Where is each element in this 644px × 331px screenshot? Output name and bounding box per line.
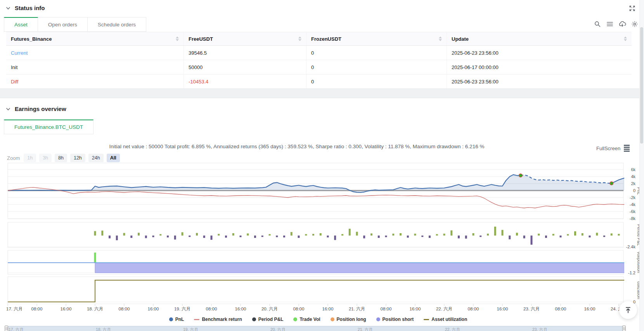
- svg-text:16:00: 16:00: [497, 307, 508, 311]
- svg-text:16:00: 16:00: [584, 307, 596, 311]
- svg-text:08:00: 08:00: [31, 307, 43, 311]
- svg-text:-2k: -2k: [630, 195, 636, 200]
- tab-futures-binance-btc-usdt[interactable]: Futures_Binance.BTC_USDT: [4, 120, 93, 134]
- search-icon[interactable]: [594, 20, 601, 28]
- svg-text:20. 六月: 20. 六月: [261, 307, 278, 311]
- zoom-1h-button[interactable]: 1h: [24, 154, 36, 162]
- zoom-8h-button[interactable]: 8h: [55, 154, 67, 162]
- svg-text:6k: 6k: [631, 167, 635, 172]
- navigator-date: 22. 六月: [445, 327, 460, 331]
- diff-update: 2025-06-23 23:56:00: [447, 75, 632, 88]
- zoom-12h-button[interactable]: 12h: [70, 154, 85, 162]
- legend-period-pnl[interactable]: Period P&L: [252, 317, 284, 322]
- expand-icon[interactable]: [628, 5, 636, 14]
- sort-icon[interactable]: [298, 36, 301, 41]
- col-freeusdt[interactable]: FreeUSDT: [184, 32, 306, 45]
- diff-free: -10453.4: [184, 75, 306, 88]
- chevron-down-icon[interactable]: [5, 106, 11, 112]
- navigator-right-handle[interactable]: [622, 326, 626, 331]
- svg-text:4k: 4k: [631, 174, 635, 179]
- svg-text:16:00: 16:00: [148, 307, 159, 311]
- svg-text:-2.4k: -2.4k: [626, 244, 636, 249]
- sort-icon[interactable]: [176, 36, 179, 41]
- init-free: 50000: [184, 60, 306, 74]
- range-selector: Zoom 1h 3h 8h 12h 24h All: [7, 154, 120, 162]
- svg-text:-6k: -6k: [630, 209, 636, 214]
- table-toolbar: [594, 20, 639, 28]
- init-update: 2025-06-17 00:00:00: [447, 60, 632, 74]
- navigator-date: 17. 六月: [9, 327, 24, 331]
- svg-text:0: 0: [633, 188, 635, 193]
- tab-asset[interactable]: Asset: [4, 17, 38, 32]
- legend-pnl[interactable]: PnL: [169, 317, 184, 322]
- svg-text:08:00: 08:00: [206, 307, 217, 311]
- legend-asset-utilization[interactable]: Asset utilization: [424, 317, 467, 322]
- earnings-chart[interactable]: 6k4k2k0-2k-4k-6k-8kPnL-2.4kPeriod P&L-1.…: [0, 162, 644, 316]
- earnings-stats: Initial net value : 50000 Total profit: …: [0, 144, 594, 149]
- navigator-date: 20. 六月: [270, 327, 286, 331]
- init-frozen: 0: [306, 60, 447, 74]
- chart-menu-icon[interactable]: [624, 144, 630, 153]
- earnings-tabs: Futures_Binance.BTC_USDT: [4, 120, 93, 134]
- col-futures-binance[interactable]: Futures_Binance: [6, 32, 184, 45]
- chart-legend: PnL Benchmark return Period P&L Trade Vo…: [0, 317, 636, 322]
- navigator-left-handle[interactable]: [5, 326, 8, 331]
- tab-open-orders[interactable]: Open orders: [38, 17, 88, 32]
- svg-text:17. 六月: 17. 六月: [6, 307, 23, 311]
- svg-text:08:00: 08:00: [381, 307, 392, 311]
- scrollbar-thumb[interactable]: [640, 27, 643, 144]
- legend-benchmark-return[interactable]: Benchmark return: [194, 317, 242, 322]
- zoom-24h-button[interactable]: 24h: [88, 154, 104, 162]
- svg-text:22. 六月: 22. 六月: [436, 307, 452, 311]
- navigator-date: 23. 六月: [532, 327, 547, 331]
- svg-text:16:00: 16:00: [235, 307, 246, 311]
- svg-text:18. 六月: 18. 六月: [87, 307, 103, 311]
- sort-icon[interactable]: [439, 36, 442, 41]
- fullscreen-label[interactable]: FullScreen: [596, 146, 620, 151]
- earnings-title: Earnings overview: [15, 106, 66, 112]
- gear-icon[interactable]: [631, 20, 639, 28]
- svg-text:08:00: 08:00: [293, 307, 305, 311]
- zoom-all-button[interactable]: All: [107, 154, 120, 162]
- svg-text:-4k: -4k: [630, 202, 636, 207]
- zoom-label: Zoom: [7, 155, 20, 161]
- cloud-download-icon[interactable]: [618, 20, 626, 28]
- asset-table: Futures_Binance FreeUSDT FrozenUSDT Upda…: [6, 32, 632, 89]
- current-frozen: 0: [306, 46, 447, 60]
- table-row-diff: Diff -10453.4 0 2025-06-23 23:56:00: [6, 75, 632, 89]
- legend-position-short[interactable]: Position short: [376, 317, 414, 322]
- svg-text:08:00: 08:00: [555, 307, 566, 311]
- diff-label: Diff: [6, 75, 184, 88]
- col-frozenusdt[interactable]: FrozenUSDT: [306, 32, 447, 45]
- menu-icon[interactable]: [606, 20, 614, 28]
- chart-fullscreen-control[interactable]: FullScreen: [596, 144, 630, 153]
- chart-navigator[interactable]: 17. 六月18. 六月19. 六月20. 六月21. 六月22. 六月23. …: [6, 326, 625, 331]
- current-link[interactable]: Current: [11, 50, 28, 56]
- svg-text:08:00: 08:00: [119, 307, 130, 311]
- chevron-down-icon[interactable]: [5, 5, 11, 11]
- earnings-header: Earnings overview: [5, 106, 66, 112]
- col-update[interactable]: Update: [447, 32, 632, 45]
- arrow-up-to-top-icon: [624, 306, 632, 314]
- legend-trade-vol[interactable]: Trade Vol: [293, 317, 320, 322]
- browser-scrollbar[interactable]: [639, 0, 644, 331]
- svg-text:-8k: -8k: [630, 216, 636, 221]
- svg-text:16:00: 16:00: [61, 307, 72, 311]
- status-info-title: Status info: [15, 5, 45, 11]
- current-free: 39546.5: [184, 46, 306, 60]
- sort-icon[interactable]: [624, 36, 627, 41]
- init-label: Init: [6, 60, 184, 74]
- svg-text:16:00: 16:00: [410, 307, 421, 311]
- svg-text:23. 六月: 23. 六月: [523, 307, 540, 311]
- current-update: 2025-06-23 23:56:00: [447, 46, 632, 60]
- table-row-init: Init 50000 0 2025-06-17 00:00:00: [6, 60, 632, 75]
- zoom-3h-button[interactable]: 3h: [39, 154, 52, 162]
- dashboard-page: Status info Asset Open orders Schedule o…: [0, 0, 644, 331]
- asset-table-header: Futures_Binance FreeUSDT FrozenUSDT Upda…: [6, 32, 632, 46]
- legend-position-long[interactable]: Position long: [331, 317, 366, 322]
- diff-frozen: 0: [306, 75, 447, 88]
- tab-schedule-orders[interactable]: Schedule orders: [88, 17, 146, 32]
- svg-text:19. 六月: 19. 六月: [174, 307, 190, 311]
- back-to-top-button[interactable]: [619, 301, 637, 319]
- navigator-date: 18. 六月: [96, 327, 111, 331]
